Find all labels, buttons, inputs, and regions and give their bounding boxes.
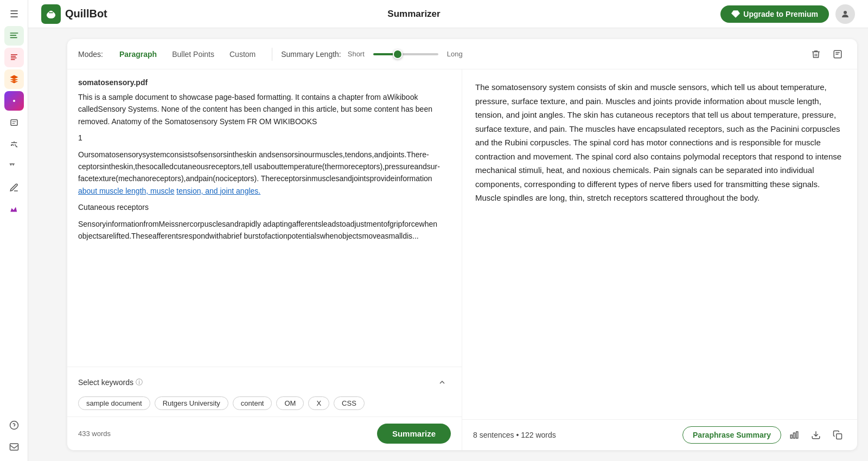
keyword-x[interactable]: X <box>308 396 329 410</box>
download-button[interactable] <box>807 426 825 444</box>
length-slider[interactable] <box>373 53 438 55</box>
right-panel: The somatosensory system consists of ski… <box>462 69 857 450</box>
keyword-css[interactable]: CSS <box>334 396 365 410</box>
word-count: 433 words <box>78 430 111 438</box>
slider-wrap: Short Long <box>348 50 463 58</box>
summarize-button[interactable]: Summarize <box>377 424 451 444</box>
delete-button[interactable] <box>807 46 825 63</box>
mail-icon[interactable] <box>4 437 24 457</box>
topbar: QuillBot Summarizer Upgrade to Premium <box>28 0 868 28</box>
svg-point-12 <box>844 11 847 14</box>
summary-stats: 8 sentences • 122 words <box>473 431 556 439</box>
keywords-section: Select keywords ⓘ sample document Rutger… <box>67 367 462 417</box>
doc-content[interactable]: This is a sample document to showcase pa… <box>67 91 462 367</box>
svg-rect-15 <box>794 433 795 438</box>
main-card: Modes: Paragraph Bullet Points Custom Su… <box>67 39 857 450</box>
menu-icon[interactable]: ☰ <box>4 4 24 24</box>
citation-icon[interactable] <box>4 156 24 176</box>
doc-page-number: 1 <box>78 132 451 144</box>
help-icon[interactable] <box>4 415 24 435</box>
summary-length-label: Summary Length: <box>281 50 341 59</box>
translator-icon[interactable] <box>4 135 24 154</box>
brand-name: QuillBot <box>65 8 107 20</box>
keywords-label: Select keywords ⓘ <box>78 377 143 387</box>
svg-rect-1 <box>10 35 16 36</box>
svg-point-10 <box>49 11 51 13</box>
ai-detector-icon[interactable] <box>4 91 24 111</box>
svg-rect-4 <box>11 120 17 126</box>
quillbot-logo <box>41 4 61 24</box>
long-label: Long <box>447 50 463 58</box>
diamond-icon <box>731 10 740 18</box>
svg-rect-16 <box>796 432 798 438</box>
svg-rect-14 <box>790 435 792 438</box>
user-icon <box>840 9 850 19</box>
toolbar: Modes: Paragraph Bullet Points Custom Su… <box>67 39 857 69</box>
svg-point-11 <box>51 11 53 13</box>
summarizer-icon[interactable] <box>4 26 24 46</box>
tab-custom[interactable]: Custom <box>222 47 263 62</box>
fluency-icon[interactable] <box>4 178 24 197</box>
info-icon: ⓘ <box>136 377 143 387</box>
svg-rect-2 <box>10 37 17 39</box>
upgrade-button[interactable]: Upgrade to Premium <box>720 5 829 23</box>
paraphrase-summary-button[interactable]: Paraphrase Summary <box>682 426 781 444</box>
summary-text[interactable]: The somatosensory system consists of ski… <box>462 69 857 419</box>
doc-text-main: Oursomatosensorysystemconsistsofsensorsi… <box>78 149 451 197</box>
co-writer-icon[interactable] <box>4 113 24 132</box>
keyword-content[interactable]: content <box>233 396 272 410</box>
toolbar-actions <box>807 46 846 63</box>
grammar-icon[interactable] <box>4 69 24 89</box>
chart-button[interactable] <box>786 426 803 444</box>
doc-cutaneous: Cutaneous receptors <box>78 201 451 213</box>
left-panel: somatosensory.pdf This is a sample docum… <box>67 69 462 450</box>
left-footer: 433 words Summarize <box>67 417 462 450</box>
link-muscle-length[interactable]: about muscle length, muscle <box>78 187 174 195</box>
link-tension[interactable]: tension, and joint angles. <box>176 187 260 195</box>
short-label: Short <box>348 50 365 58</box>
download-icon <box>811 430 821 440</box>
keyword-sample-document[interactable]: sample document <box>78 396 150 410</box>
premium-icon[interactable] <box>4 200 24 219</box>
brand: QuillBot <box>41 4 107 24</box>
notes-button[interactable] <box>829 46 846 63</box>
chart-icon <box>789 430 799 440</box>
divider <box>272 48 272 61</box>
keyword-om[interactable]: OM <box>276 396 304 410</box>
svg-point-9 <box>49 10 54 15</box>
keywords-list: sample document Rutgers University conte… <box>78 396 451 410</box>
keywords-header: Select keywords ⓘ <box>78 374 451 391</box>
copy-button[interactable] <box>829 426 846 444</box>
svg-rect-17 <box>837 434 842 439</box>
right-footer-actions: Paraphrase Summary <box>682 426 846 444</box>
doc-sensory: SensoryinformationfromMeissnercorpuscles… <box>78 218 451 242</box>
user-avatar[interactable] <box>835 4 855 24</box>
tab-paragraph[interactable]: Paragraph <box>112 47 164 62</box>
keyword-rutgers[interactable]: Rutgers University <box>155 396 228 410</box>
right-footer: 8 sentences • 122 words Paraphrase Summa… <box>462 419 857 450</box>
copy-icon <box>833 430 843 440</box>
main-content: Modes: Paragraph Bullet Points Custom Su… <box>56 28 868 461</box>
topbar-right: Upgrade to Premium <box>720 4 855 24</box>
sidebar: ☰ <box>0 0 28 461</box>
svg-point-3 <box>13 100 15 102</box>
svg-rect-0 <box>10 33 18 34</box>
doc-filename: somatosensory.pdf <box>67 69 462 91</box>
panels: somatosensory.pdf This is a sample docum… <box>67 69 857 450</box>
modes-label: Modes: <box>78 50 103 59</box>
collapse-keywords-button[interactable] <box>433 374 451 391</box>
page-title: Summarizer <box>387 9 440 20</box>
paraphrase-icon[interactable] <box>4 48 24 67</box>
svg-rect-6 <box>10 444 18 450</box>
doc-intro: This is a sample document to showcase pa… <box>78 91 451 127</box>
tab-bullet-points[interactable]: Bullet Points <box>164 47 222 62</box>
